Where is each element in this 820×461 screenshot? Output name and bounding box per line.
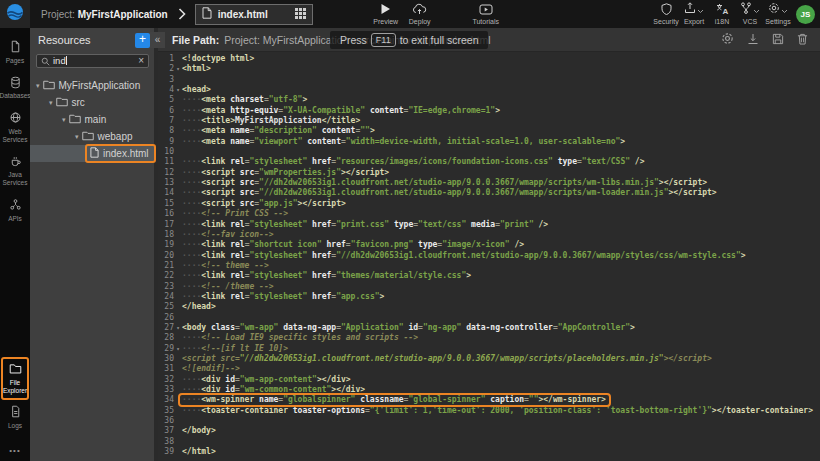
code-line[interactable]: 5····<meta charset="utf-8"> xyxy=(158,95,820,105)
code-line[interactable]: 23····<!-- /theme --> xyxy=(158,282,820,292)
code-token: "stylesheet" xyxy=(249,292,307,301)
fold-gutter xyxy=(174,426,182,436)
tree-item-MyFirstApplication[interactable]: ▾MyFirstApplication xyxy=(30,77,154,94)
code-line[interactable]: 26 xyxy=(158,313,820,323)
tree-item-src[interactable]: ▾src xyxy=(30,94,154,111)
code-token: "global-spinner" xyxy=(408,395,485,404)
code-line[interactable]: 7····<title>MyFirstApplication</title> xyxy=(158,116,820,126)
collapse-panel-button[interactable]: « xyxy=(150,32,165,48)
sidebar-item-web-services[interactable]: Web Services xyxy=(0,106,30,149)
tree-item-webapp[interactable]: ▾webapp xyxy=(30,128,154,145)
code-token: href xyxy=(307,292,331,301)
tree-item-index.html[interactable]: index.html xyxy=(30,145,154,162)
code-line[interactable]: 21····<!-- theme --> xyxy=(158,261,820,271)
code-line[interactable]: 33····<div id="wm-common-content"></div> xyxy=(158,385,820,395)
sidebar-item-apis[interactable]: APIs xyxy=(0,193,30,229)
code-area[interactable]: 1<!doctype html>2▾<html>34▾<head>5····<m… xyxy=(158,52,820,461)
fold-arrow-icon[interactable]: ▾ xyxy=(174,64,182,74)
vcs-button[interactable]: VCS xyxy=(736,0,764,28)
code-line[interactable]: 10 xyxy=(158,147,820,157)
code-token: "text/css" xyxy=(418,220,466,229)
resource-search-input[interactable]: ind × xyxy=(36,54,149,68)
fold-arrow-icon[interactable]: ▾ xyxy=(174,85,182,95)
settings-button[interactable]: Settings xyxy=(764,0,792,28)
code-line[interactable]: 32····<div id="wm-app-content"></div> xyxy=(158,375,820,385)
tab-index-html[interactable]: index.html xyxy=(195,4,313,25)
add-resource-button[interactable]: + xyxy=(135,33,150,48)
api-nodes-icon xyxy=(9,198,22,213)
code-line[interactable]: 20····<link rel="stylesheet" href="//dh2… xyxy=(158,251,820,261)
code-line[interactable]: 38 xyxy=(158,437,820,447)
file-icon xyxy=(90,147,103,160)
grid-icon[interactable] xyxy=(295,5,306,23)
code-token: "X-UA-Compatible" xyxy=(283,106,365,115)
code-line[interactable]: 22····<link rel="stylesheet" href="theme… xyxy=(158,271,820,281)
code-line[interactable]: 29▾····<!--[if lt IE 10]> xyxy=(158,344,820,354)
security-button[interactable]: Security xyxy=(652,0,680,28)
sidebar-item-logs[interactable]: Logs xyxy=(0,400,30,436)
fold-arrow-icon[interactable]: ▾ xyxy=(174,344,182,354)
code-line[interactable]: 25</head> xyxy=(158,302,820,312)
sidebar-more-button[interactable]: ••• xyxy=(9,436,20,461)
annotation-highlight: ····<wm-spinner name="globalspinner" cla… xyxy=(182,395,606,405)
sidebar-item-file-explorer[interactable]: File Explorer xyxy=(1,357,29,400)
code-line[interactable]: 19····<link rel="shortcut icon" href="fa… xyxy=(158,240,820,250)
line-number: 5 xyxy=(158,95,174,105)
app-logo[interactable] xyxy=(0,0,30,28)
code-line[interactable]: 34····<wm-spinner name="globalspinner" c… xyxy=(158,395,820,405)
fold-gutter xyxy=(174,447,182,457)
resources-panel: Resources + ind × ▾MyFirstApplication▾sr… xyxy=(30,28,158,461)
code-token: src xyxy=(235,178,254,187)
code-line[interactable]: 4▾<head> xyxy=(158,85,820,95)
code-token: "stylesheet" xyxy=(249,157,307,166)
code-line[interactable]: 35····<toaster-container toaster-options… xyxy=(158,406,820,416)
code-line[interactable]: 30<script src="//dh2dw20653ig1.cloudfron… xyxy=(158,354,820,364)
code-line[interactable]: 37</body> xyxy=(158,426,820,436)
code-line[interactable]: 8····<meta name="description" content=""… xyxy=(158,126,820,136)
trash-icon[interactable] xyxy=(797,33,808,47)
code-line[interactable]: 2▾<html> xyxy=(158,64,820,74)
code-line[interactable]: 1<!doctype html> xyxy=(158,54,820,64)
expand-arrow-icon[interactable]: ▾ xyxy=(62,116,66,124)
code-line[interactable]: 12····<script src="wmProperties.js"></sc… xyxy=(158,168,820,178)
sidebar-item-databases[interactable]: Databases xyxy=(0,71,30,107)
tutorials-button[interactable]: Tutorials xyxy=(469,0,503,28)
i18n-button[interactable]: A i18N xyxy=(708,0,736,28)
expand-arrow-icon[interactable]: ▾ xyxy=(75,133,79,141)
code-line[interactable]: 16····<!-- Print CSS --> xyxy=(158,209,820,219)
code-line[interactable]: 18····<!--fav icon--> xyxy=(158,230,820,240)
code-line[interactable]: 9····<meta name="viewport" content="widt… xyxy=(158,137,820,147)
code-line[interactable]: 24····<link rel="stylesheet" href="app.c… xyxy=(158,292,820,302)
code-line[interactable]: 27▾<body class="wm-app" data-ng-app="App… xyxy=(158,323,820,333)
sidebar-item-pages[interactable]: Pages xyxy=(0,35,30,71)
save-icon[interactable] xyxy=(772,33,784,47)
code-token: </html> xyxy=(182,447,216,456)
tree-item-main[interactable]: ▾main xyxy=(30,111,154,128)
code-token: ···· xyxy=(182,137,201,146)
editor-settings-gear-icon[interactable] xyxy=(721,32,734,47)
code-line[interactable]: 36 xyxy=(158,416,820,426)
clear-search-icon[interactable]: × xyxy=(138,56,144,66)
fold-arrow-icon[interactable]: ▾ xyxy=(174,323,182,333)
code-line[interactable]: 15····<script src="app.js"></script> xyxy=(158,199,820,209)
code-line[interactable]: 11····<link rel="stylesheet" href="resou… xyxy=(158,157,820,167)
code-line[interactable]: 3 xyxy=(158,75,820,85)
user-avatar[interactable]: JS xyxy=(796,5,815,24)
sidebar-item-java-services[interactable]: Java Services xyxy=(0,150,30,193)
code-line[interactable]: 13····<script src="//dh2dw20653ig1.cloud… xyxy=(158,178,820,188)
code-line[interactable]: 28····<!-- Load IE9 specific styles and … xyxy=(158,333,820,343)
line-number: 19 xyxy=(158,240,174,250)
export-button[interactable]: Export xyxy=(680,0,708,28)
download-icon[interactable] xyxy=(747,33,759,47)
code-line[interactable]: 14····<script src="//dh2dw20653ig1.cloud… xyxy=(158,188,820,198)
code-line[interactable]: 17····<link rel="stylesheet" href="print… xyxy=(158,220,820,230)
code-token: <title> xyxy=(201,116,235,125)
code-line[interactable]: 31<![endif]--> xyxy=(158,364,820,374)
code-token: ></script> xyxy=(659,178,707,187)
code-line[interactable]: 6····<meta http-equiv="X-UA-Compatible" … xyxy=(158,106,820,116)
deploy-button[interactable]: Deploy xyxy=(403,0,437,28)
code-line[interactable]: 39</html> xyxy=(158,447,820,457)
expand-arrow-icon[interactable]: ▾ xyxy=(36,82,40,90)
expand-arrow-icon[interactable]: ▾ xyxy=(49,99,53,107)
preview-button[interactable]: Preview xyxy=(369,0,403,28)
